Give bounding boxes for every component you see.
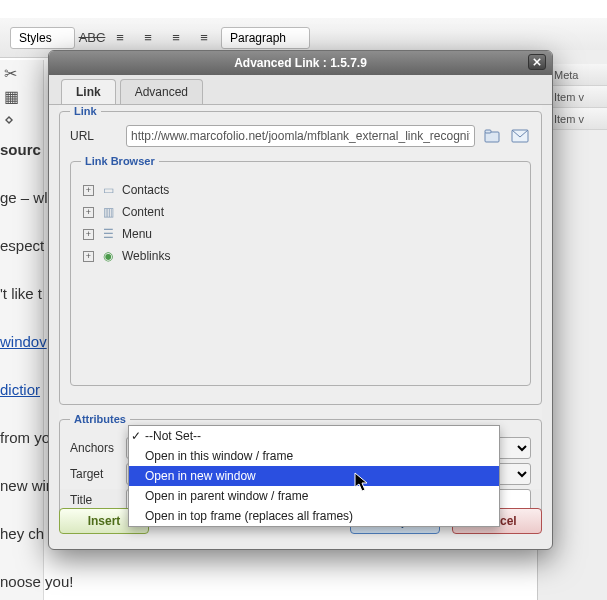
cursor-icon <box>354 472 370 492</box>
anchors-label: Anchors <box>70 441 120 455</box>
expand-icon[interactable]: + <box>83 229 94 240</box>
target-dropdown-popup: --Not Set-- Open in this window / frame … <box>128 425 500 527</box>
content-icon: ▥ <box>100 204 116 220</box>
align-right-icon[interactable]: ≡ <box>165 27 187 49</box>
align-justify-icon[interactable]: ≡ <box>193 27 215 49</box>
mail-icon[interactable] <box>509 126 531 146</box>
fieldset-legend: Link <box>70 105 101 117</box>
browse-icon[interactable] <box>481 126 503 146</box>
dialog-tabs: Link Advanced <box>49 75 552 105</box>
target-label: Target <box>70 467 120 481</box>
contacts-icon: ▭ <box>100 182 116 198</box>
paragraph-select[interactable]: Paragraph <box>221 27 310 49</box>
close-icon <box>533 58 541 66</box>
tree-node[interactable]: + ▥ Content <box>83 201 518 223</box>
strikethrough-icon[interactable]: ABC <box>81 27 103 49</box>
tree-node[interactable]: + ☰ Menu <box>83 223 518 245</box>
weblinks-icon: ◉ <box>100 248 116 264</box>
expand-icon[interactable]: + <box>83 185 94 196</box>
url-label: URL <box>70 129 120 143</box>
dialog-titlebar: Advanced Link : 1.5.7.9 <box>49 51 552 75</box>
align-center-icon[interactable]: ≡ <box>137 27 159 49</box>
menu-icon: ☰ <box>100 226 116 242</box>
url-input[interactable] <box>126 125 475 147</box>
scissors-icon[interactable]: ✂ <box>4 64 39 83</box>
dropdown-option[interactable]: --Not Set-- <box>129 426 499 446</box>
grid-icon[interactable]: ▦ <box>4 87 39 106</box>
tab-link[interactable]: Link <box>61 79 116 104</box>
dropdown-option[interactable]: Open in this window / frame <box>129 446 499 466</box>
fieldset-legend: Link Browser <box>81 155 159 167</box>
link-fieldset: Link URL Link Browser + ▭ Contacts <box>59 105 542 405</box>
dropdown-option[interactable]: Open in new window <box>129 466 499 486</box>
fieldset-legend: Attributes <box>70 413 130 425</box>
close-button[interactable] <box>528 54 546 70</box>
expand-icon[interactable]: + <box>83 251 94 262</box>
link-browser-fieldset: Link Browser + ▭ Contacts + ▥ Content + <box>70 155 531 386</box>
dialog-title: Advanced Link : 1.5.7.9 <box>234 56 367 70</box>
svg-rect-1 <box>485 130 491 133</box>
align-left-icon[interactable]: ≡ <box>109 27 131 49</box>
tree-node[interactable]: + ▭ Contacts <box>83 179 518 201</box>
expand-icon[interactable]: + <box>83 207 94 218</box>
dropdown-option[interactable]: Open in parent window / frame <box>129 486 499 506</box>
dropdown-option[interactable]: Open in top frame (replaces all frames) <box>129 506 499 526</box>
styles-select[interactable]: Styles <box>10 27 75 49</box>
tree-node[interactable]: + ◉ Weblinks <box>83 245 518 267</box>
link-browser-tree: + ▭ Contacts + ▥ Content + ☰ Menu <box>81 175 520 375</box>
tab-advanced[interactable]: Advanced <box>120 79 203 104</box>
